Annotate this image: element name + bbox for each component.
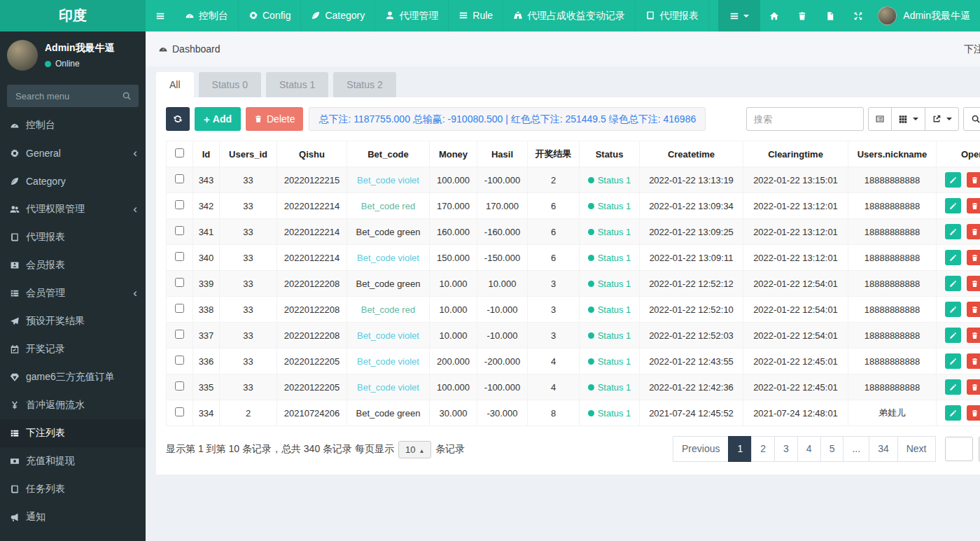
- edit-row-button[interactable]: [945, 224, 961, 239]
- row-checkbox[interactable]: [175, 356, 184, 365]
- sidebar-item[interactable]: 会员报表: [0, 251, 146, 279]
- edit-row-button[interactable]: [945, 250, 961, 265]
- column-header[interactable]: Operate: [937, 141, 980, 167]
- row-checkbox[interactable]: [175, 407, 184, 416]
- user-menu[interactable]: Admin我最牛逼: [872, 6, 980, 25]
- delete-row-button[interactable]: [967, 250, 980, 265]
- sidebar-item[interactable]: game6三方充值订单: [0, 363, 146, 391]
- status-tab[interactable]: All: [156, 72, 194, 97]
- column-header[interactable]: Bet_code: [347, 141, 430, 167]
- sidebar-item[interactable]: 代理权限管理 ‹: [0, 195, 146, 223]
- column-header[interactable]: Users_id: [220, 141, 277, 167]
- navbar-item[interactable]: 代理报表: [636, 0, 709, 31]
- table-row: 340 33 20220122214 Bet_code violet 150.0…: [167, 245, 980, 271]
- brand-logo[interactable]: 印度: [0, 0, 146, 31]
- page-button[interactable]: 5: [820, 436, 844, 462]
- edit-row-button[interactable]: [945, 276, 961, 291]
- file-button[interactable]: [816, 0, 844, 31]
- delete-row-button[interactable]: [967, 172, 980, 188]
- export-button[interactable]: [925, 107, 959, 131]
- page-button[interactable]: 3: [774, 436, 798, 462]
- edit-row-button[interactable]: [945, 405, 961, 421]
- page-button[interactable]: 34: [869, 436, 898, 462]
- column-header[interactable]: Hasil: [477, 141, 528, 167]
- sidebar-item[interactable]: 开奖记录: [0, 335, 146, 363]
- sidebar-item[interactable]: 任务列表: [0, 475, 146, 503]
- delete-row-button[interactable]: [967, 276, 980, 291]
- goto-page-input[interactable]: [945, 437, 973, 461]
- sidebar-toggle-button[interactable]: [146, 0, 175, 31]
- column-header[interactable]: Users.nickname: [848, 141, 937, 167]
- sidebar-item[interactable]: 控制台: [0, 111, 146, 139]
- navbar-item[interactable]: Category: [301, 0, 375, 31]
- delete-row-button[interactable]: [967, 353, 980, 369]
- trash-icon: [971, 254, 979, 262]
- page-button[interactable]: 4: [797, 436, 821, 462]
- table-row: 342 33 20220122214 Bet_code red 170.000 …: [167, 193, 980, 219]
- navbar-item[interactable]: Config: [239, 0, 301, 31]
- page-button[interactable]: ...: [843, 436, 869, 462]
- row-checkbox[interactable]: [175, 174, 184, 183]
- sidebar-item[interactable]: 会员管理 ‹: [0, 279, 146, 307]
- edit-row-button[interactable]: [945, 302, 961, 317]
- search-button[interactable]: [963, 107, 980, 131]
- navbar-item[interactable]: 代理管理: [375, 0, 449, 31]
- column-header[interactable]: Money: [430, 141, 477, 167]
- sidebar-item[interactable]: 下注列表: [0, 419, 146, 447]
- page-button[interactable]: Previous: [673, 436, 729, 462]
- page-button[interactable]: 1: [728, 436, 752, 462]
- column-header[interactable]: Clearingtime: [743, 141, 848, 167]
- column-header[interactable]: Qishu: [277, 141, 347, 167]
- delete-button[interactable]: Delete: [246, 107, 303, 131]
- row-checkbox[interactable]: [175, 304, 184, 313]
- row-checkbox[interactable]: [175, 278, 184, 287]
- detail-view-button[interactable]: [868, 107, 892, 131]
- page-button[interactable]: Next: [897, 436, 936, 462]
- trash-button[interactable]: [788, 0, 816, 31]
- column-header[interactable]: Createtime: [640, 141, 743, 167]
- edit-row-button[interactable]: [945, 379, 961, 395]
- delete-row-button[interactable]: [967, 405, 980, 421]
- navbar-item[interactable]: 代理占成收益变动记录: [503, 0, 636, 31]
- column-header[interactable]: Status: [580, 141, 640, 167]
- column-header[interactable]: Id: [193, 141, 220, 167]
- edit-row-button[interactable]: [945, 328, 961, 343]
- column-header[interactable]: 开奖结果: [528, 141, 580, 167]
- delete-row-button[interactable]: [967, 328, 980, 343]
- sidebar-item[interactable]: 通知: [0, 503, 146, 531]
- refresh-button[interactable]: [166, 107, 190, 131]
- page-button[interactable]: 2: [751, 436, 775, 462]
- sidebar-search-input[interactable]: [7, 85, 139, 107]
- delete-row-button[interactable]: [967, 302, 980, 317]
- fullscreen-button[interactable]: [844, 0, 872, 31]
- select-all-checkbox[interactable]: [175, 148, 184, 157]
- delete-row-button[interactable]: [967, 198, 980, 213]
- page-size-select[interactable]: 10▲: [398, 441, 431, 458]
- navbar-item[interactable]: 控制台: [175, 0, 239, 31]
- edit-row-button[interactable]: [945, 172, 961, 188]
- tasks-dropdown-toggle[interactable]: [718, 0, 760, 31]
- sidebar-item[interactable]: Category: [0, 167, 146, 195]
- edit-row-button[interactable]: [945, 198, 961, 213]
- row-checkbox[interactable]: [175, 381, 184, 391]
- navbar-item[interactable]: Rule: [449, 0, 503, 31]
- sidebar-item[interactable]: 首冲返佣流水: [0, 391, 146, 419]
- columns-button[interactable]: [891, 107, 925, 131]
- edit-row-button[interactable]: [945, 353, 961, 369]
- table-search-input[interactable]: [746, 107, 864, 131]
- row-checkbox[interactable]: [175, 226, 184, 235]
- row-checkbox[interactable]: [175, 252, 184, 261]
- sidebar-item[interactable]: 代理报表: [0, 223, 146, 251]
- status-tab[interactable]: Status 1: [266, 72, 328, 97]
- row-checkbox[interactable]: [175, 200, 184, 209]
- status-tab[interactable]: Status 2: [333, 72, 396, 97]
- row-checkbox[interactable]: [175, 330, 184, 339]
- sidebar-item[interactable]: General ‹: [0, 139, 146, 167]
- sidebar-item[interactable]: 充值和提现: [0, 447, 146, 475]
- sidebar-item[interactable]: 预设开奖结果: [0, 307, 146, 335]
- add-button[interactable]: +Add: [195, 107, 241, 131]
- delete-row-button[interactable]: [967, 379, 980, 395]
- delete-row-button[interactable]: [967, 224, 980, 239]
- status-tab[interactable]: Status 0: [199, 72, 261, 97]
- home-button[interactable]: [760, 0, 788, 31]
